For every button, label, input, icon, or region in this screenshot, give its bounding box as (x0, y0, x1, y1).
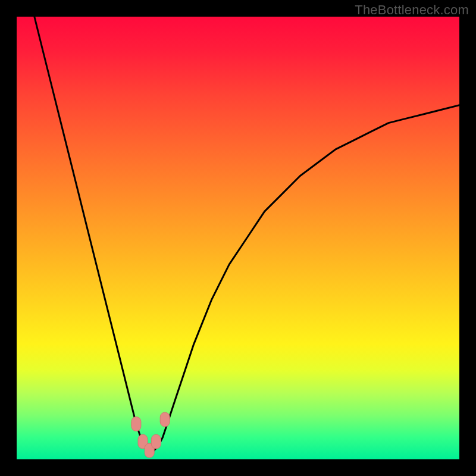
floor-markers (131, 412, 170, 458)
marker-left-upper (131, 417, 141, 431)
chart-plot-area (17, 17, 459, 459)
bottleneck-curve (35, 17, 459, 450)
marker-bottom (145, 443, 154, 458)
marker-right-upper (160, 412, 170, 427)
bottleneck-curve-svg (17, 17, 459, 459)
watermark-credit: TheBottleneck.com (355, 2, 469, 18)
marker-right-lower (151, 434, 161, 449)
marker-left-lower (138, 434, 148, 449)
